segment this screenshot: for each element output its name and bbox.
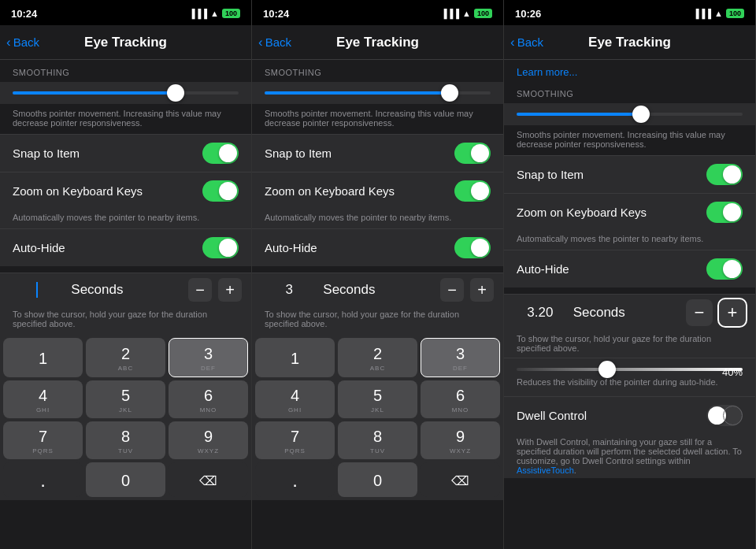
zoom-keyboard-row-1: Zoom on Keyboard Keys — [0, 172, 251, 210]
toggle-knob-2 — [219, 182, 237, 200]
assistive-touch-link[interactable]: AssistiveTouch — [517, 466, 574, 475]
key-7-1[interactable]: 7PQRS — [3, 421, 83, 459]
input-container-1 — [9, 282, 65, 298]
key-dot-1[interactable]: . — [3, 462, 83, 497]
key-6-1[interactable]: 6MNO — [169, 380, 248, 418]
phone-panel-3: 10:26 ▐▐▐ ▲ 100 ‹ Back Eye Tracking Lear… — [504, 0, 756, 549]
battery-3: 100 — [726, 9, 744, 18]
dwell-control-label: Dwell Control — [517, 409, 587, 422]
key-0-1[interactable]: 0 — [86, 462, 165, 497]
key-9-2[interactable]: 9WXYZ — [421, 421, 500, 459]
opacity-thumb[interactable] — [598, 361, 616, 378]
auto-hide-toggle-3[interactable] — [706, 258, 743, 280]
back-button-1[interactable]: ‹ Back — [6, 35, 39, 50]
back-button-3[interactable]: ‹ Back — [510, 35, 543, 50]
slider-row-1[interactable] — [0, 82, 251, 104]
slider-thumb-1[interactable] — [167, 84, 184, 102]
auto-hide-label-3: Auto-Hide — [517, 262, 569, 276]
slider-track-2[interactable] — [265, 91, 491, 95]
auto-hide-row-1: Auto-Hide — [0, 228, 251, 266]
increment-btn-2[interactable]: + — [470, 278, 494, 302]
status-bar-1: 10:24 ▐▐▐ ▲ 100 — [0, 0, 251, 25]
opacity-track[interactable] — [517, 368, 743, 371]
decrement-btn-2[interactable]: − — [440, 278, 464, 302]
slider-desc-2: Smooths pointer movement. Increasing thi… — [252, 104, 503, 134]
dwell-control-row: Dwell Control — [504, 396, 755, 434]
snap-to-item-row-3: Snap to Item — [504, 155, 755, 193]
key-8-2[interactable]: 8TUV — [338, 421, 417, 459]
snap-to-item-toggle-3[interactable] — [706, 164, 743, 185]
toggle-desc-2: Automatically moves the pointer to nearb… — [252, 210, 503, 228]
slider-thumb-2[interactable] — [441, 84, 458, 102]
toggle-desc-1: Automatically moves the pointer to nearb… — [0, 210, 251, 228]
decrement-btn-1[interactable]: − — [188, 278, 212, 302]
key-dot-2[interactable]: . — [255, 462, 335, 497]
snap-to-item-label-1: Snap to Item — [13, 147, 80, 160]
key-3-2[interactable]: 3DEF — [421, 338, 500, 377]
status-bar-2: 10:24 ▐▐▐ ▲ 100 — [252, 0, 503, 25]
dynamic-island-2 — [329, 5, 400, 22]
rp-decrement-btn[interactable]: − — [686, 299, 713, 326]
slider-thumb-3[interactable] — [632, 106, 650, 123]
slider-row-3[interactable] — [504, 103, 755, 125]
input-desc-1: To show the cursor, hold your gaze for t… — [0, 306, 251, 333]
input-row-1: Seconds − + — [0, 273, 251, 306]
key-4-2[interactable]: 4GHI — [255, 380, 335, 418]
auto-hide-label-1: Auto-Hide — [13, 241, 65, 254]
status-icons-2: ▐▐▐ ▲ 100 — [441, 9, 492, 18]
status-icons-3: ▐▐▐ ▲ 100 — [693, 9, 744, 18]
dwell-desc-period: . — [574, 466, 576, 475]
rp-input-row: 3.20 Seconds − + — [504, 294, 755, 331]
snap-to-item-toggle-2[interactable] — [454, 143, 491, 164]
signal-icon-3: ▐▐▐ — [693, 9, 711, 18]
key-3-1[interactable]: 3DEF — [169, 338, 248, 377]
toggle-knob-1 — [219, 144, 237, 162]
input-caret-1 — [36, 282, 38, 298]
auto-hide-toggle-2[interactable] — [454, 237, 491, 258]
key-1-2[interactable]: 1 — [255, 338, 335, 377]
back-chevron-3: ‹ — [510, 35, 515, 50]
keyboard-2: 1 2ABC 3DEF 4GHI 5JKL 6MNO 7PQRS 8TUV 9W… — [252, 333, 503, 500]
slider-track-3[interactable] — [517, 113, 743, 116]
toggle-knob-8 — [723, 203, 741, 221]
key-1-1[interactable]: 1 — [3, 338, 83, 377]
zoom-keyboard-toggle-1[interactable] — [202, 180, 239, 202]
back-chevron-2: ‹ — [258, 35, 263, 50]
snap-to-item-row-1: Snap to Item — [0, 134, 251, 172]
snap-to-item-toggle-1[interactable] — [202, 143, 239, 164]
key-delete-1[interactable]: ⌫ — [169, 462, 248, 497]
auto-hide-toggle-1[interactable] — [202, 237, 239, 258]
toggle-knob-6 — [471, 239, 489, 257]
key-delete-2[interactable]: ⌫ — [421, 462, 500, 497]
slider-track-1[interactable] — [13, 91, 239, 95]
key-5-1[interactable]: 5JKL — [86, 380, 165, 418]
key-9-1[interactable]: 9WXYZ — [169, 421, 248, 459]
dwell-desc-text: With Dwell Control, maintaining your gaz… — [517, 437, 742, 466]
content-2: SMOOTHING Smooths pointer movement. Incr… — [252, 60, 503, 549]
key-8-1[interactable]: 8TUV — [86, 421, 165, 459]
key-7-2[interactable]: 7PQRS — [255, 421, 335, 459]
key-0-2[interactable]: 0 — [338, 462, 417, 497]
opacity-slider-row[interactable]: 40% Reduces the visibility of the pointe… — [504, 358, 755, 396]
back-label-2: Back — [265, 35, 291, 49]
rp-increment-btn[interactable]: + — [719, 299, 746, 326]
key-6-2[interactable]: 6MNO — [421, 380, 500, 418]
zoom-keyboard-toggle-2[interactable] — [454, 180, 491, 202]
slider-row-2[interactable] — [252, 82, 503, 104]
dwell-toggle[interactable] — [706, 405, 743, 426]
key-5-2[interactable]: 5JKL — [338, 380, 417, 418]
zoom-keyboard-toggle-3[interactable] — [706, 202, 743, 223]
toggle-knob-4 — [471, 144, 489, 162]
content-3: Learn more... SMOOTHING Smooths pointer … — [504, 60, 755, 549]
back-label-1: Back — [13, 35, 39, 49]
increment-btn-1[interactable]: + — [218, 278, 242, 302]
back-chevron-1: ‹ — [6, 35, 11, 50]
phone-panel-1: 10:24 ▐▐▐ ▲ 100 ‹ Back Eye Tracking SMOO… — [0, 0, 252, 549]
back-button-2[interactable]: ‹ Back — [258, 35, 291, 50]
key-4-1[interactable]: 4GHI — [3, 380, 83, 418]
section-smoothing-3: SMOOTHING — [504, 81, 755, 103]
key-2-1[interactable]: 2ABC — [86, 338, 165, 377]
learn-more-link[interactable]: Learn more... — [504, 60, 755, 81]
toggle-knob-9 — [723, 260, 741, 278]
key-2-2[interactable]: 2ABC — [338, 338, 417, 377]
